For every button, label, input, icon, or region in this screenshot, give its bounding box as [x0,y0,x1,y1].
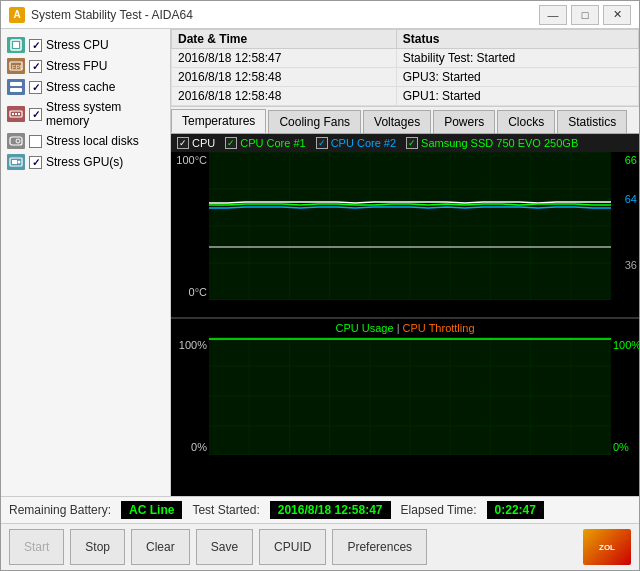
legend-cb-core2 [316,137,328,149]
log-header-status: Status [396,30,638,49]
tab-statistics[interactable]: Statistics [557,110,627,133]
log-table: Date & Time Status 2016/8/18 12:58:47Sta… [171,29,639,106]
label-stress-fpu: Stress FPU [46,59,107,73]
stop-button[interactable]: Stop [70,529,125,565]
temp-y-labels-right: 66 64 36 [611,152,639,300]
checkbox-stress-fpu[interactable]: FPU Stress FPU [7,58,164,74]
button-bar: Start Stop Clear Save CPUID Preferences … [1,523,639,570]
log-cell-datetime: 2016/8/18 12:58:47 [172,49,397,68]
temperature-chart: CPU CPU Core #1 CPU Core #2 Samsung [171,134,639,319]
charts-area: CPU CPU Core #1 CPU Core #2 Samsung [171,134,639,496]
cb-stress-fpu[interactable] [29,60,42,73]
test-started-label: Test Started: [192,503,259,517]
legend-label-core1: CPU Core #1 [240,137,305,149]
legend-cpu-core2: CPU Core #2 [316,137,396,149]
tab-cooling-fans[interactable]: Cooling Fans [268,110,361,133]
battery-label: Remaining Battery: [9,503,111,517]
label-stress-cache: Stress cache [46,80,115,94]
checkbox-stress-gpu[interactable]: Stress GPU(s) [7,154,164,170]
zol-logo: ZOL [583,529,631,565]
cpu-label-100: 100% [173,339,207,351]
elapsed-label: Elapsed Time: [401,503,477,517]
cpuid-button[interactable]: CPUID [259,529,326,565]
close-button[interactable]: ✕ [603,5,631,25]
log-cell-datetime: 2016/8/18 12:58:48 [172,68,397,87]
log-cell-status: GPU1: Started [396,87,638,106]
legend-cb-ssd [406,137,418,149]
main-content: Stress CPU FPU Stress FPU Stress cache [1,29,639,496]
tabs-bar: Temperatures Cooling Fans Voltages Power… [171,107,639,134]
legend-cb-core1 [225,137,237,149]
legend-cpu-core1: CPU Core #1 [225,137,305,149]
cpu-label-0: 0% [173,441,207,453]
label-stress-memory: Stress system memory [46,100,164,128]
checkbox-stress-cpu[interactable]: Stress CPU [7,37,164,53]
svg-point-11 [16,139,20,143]
start-button[interactable]: Start [9,529,64,565]
log-header-datetime: Date & Time [172,30,397,49]
cpu-throttling-label: CPU Throttling [403,322,475,334]
tab-clocks[interactable]: Clocks [497,110,555,133]
cb-stress-cache[interactable] [29,81,42,94]
cpu-chart-svg-area [209,337,611,455]
label-stress-cpu: Stress CPU [46,38,109,52]
preferences-button[interactable]: Preferences [332,529,427,565]
stress-options-panel: Stress CPU FPU Stress FPU Stress cache [1,29,171,496]
svg-rect-4 [10,82,22,86]
temp-right-36: 36 [613,259,637,271]
minimize-button[interactable]: — [539,5,567,25]
main-window: A System Stability Test - AIDA64 — □ ✕ S… [0,0,640,571]
cpu-y-labels-right: 100% 0% [611,337,639,455]
disk-icon [7,133,25,149]
temp-legend: CPU CPU Core #1 CPU Core #2 Samsung [171,134,639,152]
temp-right-64: 64 [613,193,637,205]
cpu-chart-title: CPU Usage | CPU Throttling [171,319,639,337]
clear-button[interactable]: Clear [131,529,190,565]
checkbox-stress-disks[interactable]: Stress local disks [7,133,164,149]
label-stress-gpu: Stress GPU(s) [46,155,123,169]
checkbox-stress-memory[interactable]: Stress system memory [7,100,164,128]
right-panel: Date & Time Status 2016/8/18 12:58:47Sta… [171,29,639,496]
cpu-usage-label: CPU Usage [336,322,394,334]
cb-stress-cpu[interactable] [29,39,42,52]
cpu-icon [7,37,25,53]
log-row: 2016/8/18 12:58:47Stability Test: Starte… [172,49,639,68]
cpu-right-100: 100% [613,339,637,351]
temp-label-0: 0°C [173,286,207,298]
legend-cpu: CPU [177,137,215,149]
cpu-y-labels-left: 100% 0% [171,337,209,455]
svg-rect-8 [15,113,17,115]
cb-stress-gpu[interactable] [29,156,42,169]
cb-stress-memory[interactable] [29,108,42,121]
battery-value: AC Line [121,501,182,519]
checkbox-stress-cache[interactable]: Stress cache [7,79,164,95]
cb-stress-disks[interactable] [29,135,42,148]
log-section: Date & Time Status 2016/8/18 12:58:47Sta… [171,29,639,107]
tab-voltages[interactable]: Voltages [363,110,431,133]
log-cell-status: GPU3: Started [396,68,638,87]
maximize-button[interactable]: □ [571,5,599,25]
svg-rect-5 [10,88,22,92]
test-started-value: 2016/8/18 12:58:47 [270,501,391,519]
legend-label-cpu: CPU [192,137,215,149]
svg-text:FPU: FPU [12,64,23,70]
gpu-icon [7,154,25,170]
window-title: System Stability Test - AIDA64 [31,8,539,22]
tab-powers[interactable]: Powers [433,110,495,133]
watermark-area: ZOL [583,529,631,565]
cpu-chart-body: 100% 0% 100% 0% [171,337,639,455]
app-icon: A [9,7,25,23]
elapsed-value: 0:22:47 [487,501,544,519]
tab-temperatures[interactable]: Temperatures [171,109,266,133]
legend-label-core2: CPU Core #2 [331,137,396,149]
log-row: 2016/8/18 12:58:48GPU1: Started [172,87,639,106]
svg-rect-9 [18,113,20,115]
cache-icon [7,79,25,95]
label-stress-disks: Stress local disks [46,134,139,148]
temp-right-66: 66 [613,154,637,166]
legend-ssd: Samsung SSD 750 EVO 250GB [406,137,578,149]
status-bar: Remaining Battery: AC Line Test Started:… [1,496,639,523]
save-button[interactable]: Save [196,529,253,565]
log-row: 2016/8/18 12:58:48GPU3: Started [172,68,639,87]
temp-chart-inner: 100°C 0°C 66 64 36 [171,152,639,300]
